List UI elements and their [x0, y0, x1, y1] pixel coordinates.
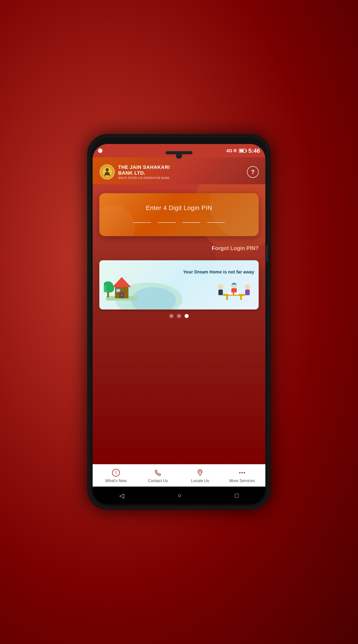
- pin-label: Enter 4 Digit Login PIN: [146, 204, 212, 212]
- nav-locate-us[interactable]: Locate Us: [179, 469, 221, 483]
- banner-pagination: [169, 314, 189, 318]
- whats-new-label: What's New: [105, 478, 126, 483]
- svg-point-28: [199, 471, 201, 472]
- nav-whats-new[interactable]: ! What's New: [95, 469, 137, 483]
- system-nav-bar: ◁ ○ □: [93, 486, 265, 504]
- house-illustration: [104, 265, 140, 305]
- people-illustration: [214, 278, 254, 301]
- alert-circle-icon: !: [112, 469, 120, 477]
- locate-us-label: Locate Us: [191, 478, 209, 483]
- pin-digit-3[interactable]: [182, 220, 200, 223]
- promo-banner: Your Dream Home is not far away: [99, 260, 259, 310]
- bank-name-line2: BANK LTD.: [118, 170, 170, 176]
- banner-content: Your Dream Home is not far away: [99, 260, 259, 310]
- app-header: THE JAIN SAHAKARI BANK LTD. MULTI STATE …: [93, 158, 265, 184]
- bottom-nav: ! What's New Contact Us Locate Us: [93, 464, 265, 486]
- bank-name-subtitle: MULTI STATE CO-OPERATIVE BANK: [118, 176, 170, 180]
- pin-digit-4[interactable]: [207, 220, 225, 223]
- status-indicator: [98, 148, 103, 153]
- battery-icon: [239, 149, 246, 153]
- svg-rect-24: [228, 292, 233, 295]
- phone-icon: [154, 469, 162, 477]
- dot-3: [185, 314, 189, 318]
- pin-digit-2[interactable]: [158, 220, 176, 223]
- dot-2: [177, 314, 181, 318]
- bank-logo-icon: [101, 165, 114, 179]
- svg-marker-5: [112, 277, 131, 287]
- contact-us-label: Contact Us: [148, 478, 168, 483]
- bank-logo: THE JAIN SAHAKARI BANK LTD. MULTI STATE …: [99, 164, 170, 180]
- status-right: 4G R 5:46: [226, 147, 260, 154]
- pin-entry-card: Enter 4 Digit Login PIN: [99, 193, 259, 236]
- svg-rect-23: [245, 290, 250, 295]
- home-button[interactable]: ○: [178, 492, 181, 499]
- nav-contact-us[interactable]: Contact Us: [137, 469, 179, 483]
- time-display: 5:46: [248, 147, 260, 154]
- svg-point-18: [218, 284, 223, 290]
- svg-rect-16: [226, 296, 228, 300]
- svg-point-2: [106, 168, 109, 171]
- location-icon: [196, 469, 204, 477]
- bank-name-line1: THE JAIN SAHAKARI: [118, 164, 170, 170]
- phone-screen: 4G R 5:46: [93, 144, 265, 504]
- svg-rect-19: [218, 290, 223, 295]
- signal-label: 4G R: [226, 148, 237, 154]
- svg-rect-25: [234, 292, 238, 295]
- banner-text: Your Dream Home is not far away: [183, 269, 254, 275]
- recents-button[interactable]: □: [235, 492, 239, 499]
- back-button[interactable]: ◁: [119, 492, 124, 499]
- svg-point-29: [239, 472, 240, 474]
- svg-point-30: [241, 472, 243, 474]
- svg-rect-17: [240, 296, 242, 300]
- help-button[interactable]: ?: [247, 166, 259, 178]
- svg-point-31: [244, 472, 245, 474]
- status-left: [98, 148, 103, 153]
- side-button: [266, 245, 268, 262]
- svg-point-22: [245, 284, 250, 290]
- bank-name: THE JAIN SAHAKARI BANK LTD. MULTI STATE …: [118, 164, 170, 180]
- pin-digit-1[interactable]: [133, 220, 151, 223]
- more-icon: [238, 469, 246, 477]
- svg-point-10: [121, 295, 122, 296]
- pin-input-group[interactable]: [133, 220, 225, 223]
- more-services-label: More Services: [229, 478, 255, 483]
- dot-1: [169, 314, 173, 318]
- svg-point-14: [106, 284, 114, 292]
- logo-circle: [99, 164, 115, 180]
- speaker: [166, 151, 192, 154]
- main-content: Enter 4 Digit Login PIN Forgot Login PIN…: [93, 184, 265, 464]
- phone-inner: 4G R 5:46: [90, 137, 268, 507]
- phone-frame: 4G R 5:46: [87, 134, 271, 510]
- nav-more-services[interactable]: More Services: [221, 469, 263, 483]
- svg-text:!: !: [115, 470, 117, 475]
